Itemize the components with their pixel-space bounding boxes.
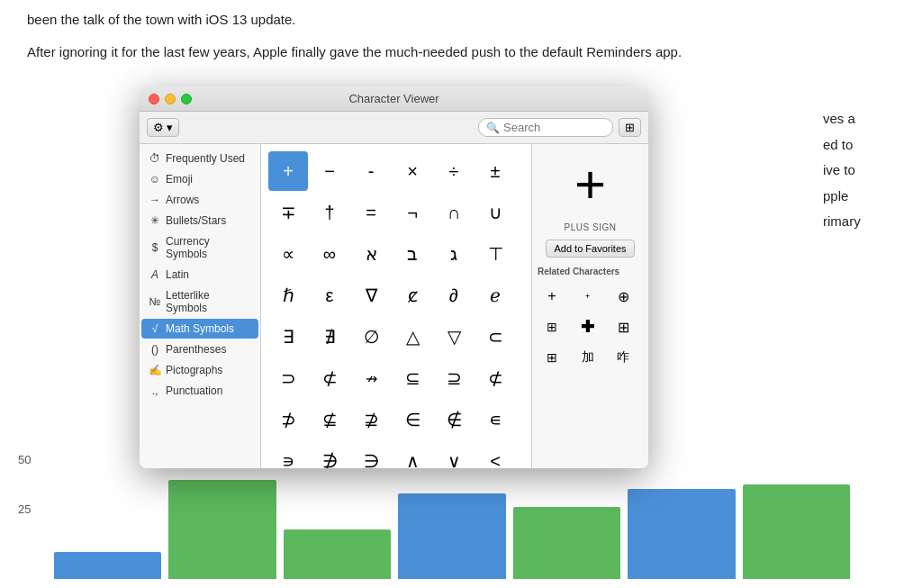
symbol-bet[interactable]: ב <box>393 234 432 274</box>
sidebar-toggle-icon: ⊞ <box>625 121 635 134</box>
symbol-intersect[interactable]: ∩ <box>434 193 474 232</box>
sidebar-item-frequently-used[interactable]: ⏱ Frequently Used <box>141 149 258 168</box>
symbol-partial[interactable]: ∂ <box>434 276 474 315</box>
symbol-lt[interactable]: < <box>475 441 515 468</box>
sidebar-item-currency-symbols[interactable]: $ Currency Symbols <box>141 231 258 264</box>
symbol-equals[interactable]: = <box>351 193 391 232</box>
symbol-triangle-up[interactable]: △ <box>393 317 432 357</box>
sidebar-item-math-symbols[interactable]: √ Math Symbols <box>141 319 258 339</box>
sidebar-item-parentheses[interactable]: () Parentheses <box>141 339 258 359</box>
symbol-euler[interactable]: ℯ <box>475 276 515 315</box>
sidebar-item-bullets-stars[interactable]: ✳ Bullets/Stars <box>141 211 258 231</box>
toolbar-right: 🔍 ⊞ <box>478 118 641 137</box>
related-char-3[interactable]: ⊕ <box>609 282 637 311</box>
symbol-emptyset[interactable]: ∅ <box>351 317 391 357</box>
symbol-nsupseteq[interactable]: ⊅ <box>268 400 308 439</box>
chart-bar-7 <box>743 484 850 579</box>
sidebar-label-pictographs: Pictographs <box>166 364 222 376</box>
sidebar-item-letterlike-symbols[interactable]: № Letterlike Symbols <box>141 285 258 318</box>
symbol-nexists[interactable]: ∄ <box>310 317 349 357</box>
article-fragment4: pple <box>823 184 895 210</box>
symbol-nsubseteq[interactable]: ⊄ <box>475 358 515 398</box>
symbol-grid: + − ‐ × ÷ ± ∓ † = ¬ ∩ ∪ ∝ ∞ א ב ג ⊤ <box>261 144 531 468</box>
related-char-6[interactable]: ⊞ <box>609 312 637 341</box>
add-to-favorites-button[interactable]: Add to Favorites <box>546 240 634 258</box>
symbol-inf[interactable]: ∞ <box>310 234 349 274</box>
maximize-button[interactable] <box>181 94 192 104</box>
related-char-9[interactable]: 咋 <box>609 343 637 372</box>
related-char-8[interactable]: 加 <box>574 343 602 372</box>
sidebar: ⏱ Frequently Used ☺ Emoji → Arrows ✳ Bul… <box>140 144 261 468</box>
symbol-and[interactable]: ∧ <box>393 441 432 468</box>
detail-symbol: + <box>574 153 606 215</box>
article-para2: After ignoring it for the last few years… <box>27 41 895 63</box>
symbol-triangle-down[interactable]: ▽ <box>434 317 474 357</box>
symbol-nsubseteq2[interactable]: ⊈ <box>310 400 349 439</box>
sidebar-item-emoji[interactable]: ☺ Emoji <box>141 169 258 189</box>
symbol-prop[interactable]: ∝ <box>268 234 308 274</box>
currency-icon: $ <box>149 241 161 254</box>
symbol-nsubset[interactable]: ⊄ <box>310 358 349 398</box>
symbol-cstroke[interactable]: ȼ <box>393 276 432 315</box>
symbol-element[interactable]: ∈ <box>393 400 432 439</box>
chart-bar-6 <box>628 489 735 579</box>
bullets-stars-icon: ✳ <box>149 214 161 227</box>
symbol-exists[interactable]: ∃ <box>268 317 308 357</box>
symbol-div[interactable]: ÷ <box>434 151 474 191</box>
symbol-supset[interactable]: ⊃ <box>268 358 308 398</box>
symbol-smallcontains[interactable]: ∋ <box>351 441 391 468</box>
symbol-times[interactable]: × <box>393 151 432 191</box>
symbol-supseteq[interactable]: ⊇ <box>434 358 474 398</box>
sidebar-item-punctuation[interactable]: ., Punctuation <box>141 381 258 401</box>
sidebar-item-latin[interactable]: A Latin <box>141 265 258 285</box>
related-characters-title: Related Characters <box>538 267 643 276</box>
symbol-row-1: + − ‐ × ÷ ± <box>268 151 524 191</box>
gear-button[interactable]: ⚙ ▾ <box>147 118 179 137</box>
gear-chevron: ▾ <box>167 121 173 134</box>
search-box[interactable]: 🔍 <box>478 118 613 137</box>
symbol-top[interactable]: ⊤ <box>475 234 515 274</box>
symbol-dagger[interactable]: † <box>310 193 349 232</box>
symbol-or[interactable]: ∨ <box>434 441 474 468</box>
symbol-plus[interactable]: + <box>268 151 308 191</box>
symbol-minusplus[interactable]: ∓ <box>268 193 308 232</box>
symbol-minus[interactable]: − <box>310 151 349 191</box>
symbol-nabla[interactable]: ∇ <box>351 276 391 315</box>
symbol-not[interactable]: ¬ <box>393 193 432 232</box>
symbol-epsilon[interactable]: ε <box>310 276 349 315</box>
chart-bar-1 <box>54 552 161 579</box>
chart-bar-5 <box>513 507 620 579</box>
symbol-ncontains[interactable]: ∌ <box>310 441 349 468</box>
related-char-4[interactable]: ⊞ <box>538 312 566 341</box>
symbol-aleph[interactable]: א <box>351 234 391 274</box>
sidebar-toggle-button[interactable]: ⊞ <box>619 118 641 137</box>
sidebar-item-pictographs[interactable]: ✍ Pictographs <box>141 360 258 380</box>
sidebar-item-arrows[interactable]: → Arrows <box>141 190 258 210</box>
related-char-1[interactable]: + <box>538 282 566 311</box>
related-char-5[interactable]: ✚ <box>574 312 602 341</box>
chart-label-25: 25 <box>18 502 31 516</box>
punctuation-icon: ., <box>149 384 161 397</box>
pictographs-icon: ✍ <box>149 364 161 376</box>
symbol-hbar[interactable]: ℏ <box>268 276 308 315</box>
related-char-2[interactable]: + <box>574 282 602 311</box>
symbol-hyphen[interactable]: ‐ <box>351 151 391 191</box>
close-button[interactable] <box>149 94 159 104</box>
symbol-plusminus[interactable]: ± <box>475 151 515 191</box>
search-input[interactable] <box>503 121 605 134</box>
symbol-smallelement[interactable]: ∊ <box>475 400 515 439</box>
chart-bar-4 <box>398 493 505 579</box>
symbol-subseteq[interactable]: ⊆ <box>393 358 432 398</box>
sidebar-label-punctuation: Punctuation <box>166 384 222 397</box>
symbol-subset[interactable]: ⊂ <box>475 317 515 357</box>
symbol-nsupseteq2[interactable]: ⊉ <box>351 400 391 439</box>
minimize-button[interactable] <box>165 94 176 104</box>
symbol-arrow-nright[interactable]: ↛ <box>351 358 391 398</box>
symbol-union[interactable]: ∪ <box>475 193 515 232</box>
symbol-gimel[interactable]: ג <box>434 234 474 274</box>
symbol-nelement[interactable]: ∉ <box>434 400 474 439</box>
toolbar: ⚙ ▾ 🔍 ⊞ <box>140 112 648 144</box>
symbol-contains[interactable]: ∍ <box>268 441 308 468</box>
search-icon: 🔍 <box>486 122 500 134</box>
related-char-7[interactable]: ⊞ <box>538 343 566 372</box>
